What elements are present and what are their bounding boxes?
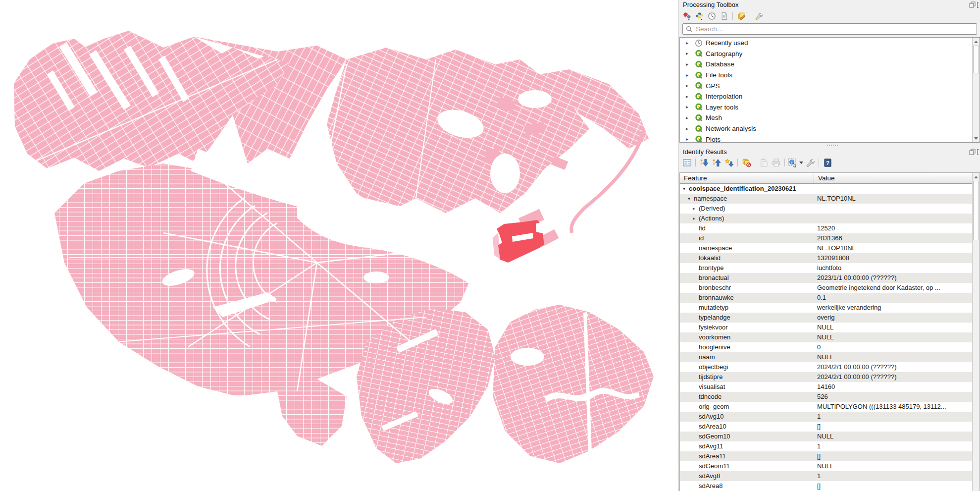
toolbox-item-database[interactable]: ▸Database	[680, 59, 980, 70]
row-bronnauwke[interactable]: bronnauwke0.1	[680, 293, 972, 303]
row-id[interactable]: id2031366	[680, 233, 972, 243]
toolbox-search[interactable]	[682, 23, 977, 35]
row-objectbegi[interactable]: objectbegi2024/2/1 00:00:00 (??????)	[680, 362, 972, 372]
row-voorkomen[interactable]: voorkomenNULL	[680, 332, 972, 342]
toolbox-item-label: Database	[706, 60, 734, 68]
column-header-feature[interactable]: Feature	[680, 173, 814, 183]
expand-arrow-icon[interactable]: ▸	[693, 206, 699, 211]
row-naam[interactable]: naamNULL	[680, 352, 972, 362]
row-lokaalid[interactable]: lokaalid132091808	[680, 253, 972, 263]
value-cell: werkelijke verandering	[817, 303, 971, 313]
scroll-up-icon[interactable]	[973, 38, 980, 45]
expand-arrow-icon[interactable]: ▸	[686, 115, 691, 120]
model-designer-button[interactable]	[681, 11, 692, 22]
table-scrollbar[interactable]	[972, 173, 980, 491]
map-canvas[interactable]	[0, 0, 678, 491]
toolbox-item-layer-tools[interactable]: ▸Layer tools	[680, 102, 980, 113]
row-hoogtenive[interactable]: hoogtenive0	[680, 342, 972, 352]
expand-arrow-icon[interactable]: ▸	[686, 41, 691, 46]
row-sdgeom10[interactable]: sdGeom10NULL	[680, 432, 972, 441]
collapse-arrow-icon[interactable]: ▾	[688, 196, 694, 201]
expand-arrow-icon[interactable]: ▸	[686, 105, 691, 109]
value-cell: NULL	[817, 323, 971, 332]
row-actions[interactable]: ▸(Actions)	[680, 214, 972, 223]
scroll-thumb[interactable]	[973, 46, 979, 73]
row-sdgeom11[interactable]: sdGeom11NULL	[680, 461, 972, 471]
expand-tree-button[interactable]	[699, 157, 710, 168]
close-panel-icon[interactable]	[977, 2, 979, 8]
row-namespace[interactable]: namespaceNL.TOP10NL	[680, 243, 972, 253]
column-header-value[interactable]: Value	[814, 173, 972, 183]
row-sdavg8[interactable]: sdAvg81	[680, 471, 972, 481]
feature-label: hoogtenive	[699, 342, 730, 352]
float-panel-icon[interactable]	[969, 1, 976, 8]
scroll-thumb[interactable]	[973, 181, 979, 240]
panel-splitter[interactable]	[679, 143, 980, 147]
row-tijdstipre[interactable]: tijdstipre2024/2/1 00:00:00 (??????)	[680, 372, 972, 382]
history-button[interactable]	[706, 11, 717, 22]
toolbox-item-interpolation[interactable]: ▸Interpolation	[680, 91, 980, 102]
expand-arrow-icon[interactable]: ▸	[686, 126, 691, 131]
expand-arrow-icon[interactable]: ▸	[686, 62, 691, 67]
open-form-button[interactable]	[681, 157, 692, 168]
toolbox-item-mesh[interactable]: ▸Mesh	[680, 112, 980, 123]
expand-arrow-icon[interactable]: ▸	[686, 137, 691, 142]
toolbox-item-plots[interactable]: ▸Plots	[680, 134, 980, 143]
row-sdavg11[interactable]: sdAvg111	[680, 441, 972, 451]
row-sdarea11[interactable]: sdArea11[]	[680, 451, 972, 461]
row-tdncode[interactable]: tdncode526	[680, 392, 972, 402]
identify-settings-button[interactable]	[805, 157, 816, 168]
clear-results-button[interactable]	[741, 157, 752, 168]
feature-label: typelandge	[699, 313, 730, 323]
highlighted-feature-polygon[interactable]	[493, 220, 544, 263]
collapse-arrow-icon[interactable]: ▾	[683, 186, 689, 191]
row-namespace[interactable]: ▾namespaceNL.TOP10NL	[680, 194, 972, 204]
close-panel-icon[interactable]	[977, 149, 979, 155]
results-viewer-button[interactable]	[719, 11, 729, 22]
row-sdavg10[interactable]: sdAvg101	[680, 412, 972, 422]
row-derived[interactable]: ▸(Derived)	[680, 204, 972, 214]
row-sdarea10[interactable]: sdArea10[]	[680, 422, 972, 432]
toolbox-item-recently-used[interactable]: ▸Recently used	[680, 38, 980, 49]
float-panel-icon[interactable]	[969, 149, 976, 155]
row-sdarea8[interactable]: sdArea8[]	[680, 481, 972, 491]
expand-arrow-icon[interactable]: ▸	[686, 73, 691, 78]
copy-feature-button[interactable]	[758, 157, 769, 168]
options-button[interactable]	[753, 11, 764, 22]
copy-icon	[759, 158, 769, 167]
toolbox-search-input[interactable]	[696, 25, 974, 33]
row-bronbeschr[interactable]: bronbeschrGeometrie ingetekend door Kada…	[680, 283, 972, 293]
feature-cell: voorkomen	[680, 332, 814, 342]
scroll-up-icon[interactable]	[973, 173, 980, 180]
collapse-tree-button[interactable]	[711, 157, 722, 168]
row-bronactual[interactable]: bronactual2023/1/1 00:00:00 (??????)	[680, 273, 972, 283]
toolbox-item-label: Interpolation	[706, 93, 742, 100]
edit-features-in-place-button[interactable]	[736, 11, 747, 22]
help-button[interactable]: ?	[822, 157, 833, 168]
toolbox-item-network-analysis[interactable]: ▸Network analysis	[680, 123, 980, 134]
row-orig-geom[interactable]: orig_geomMULTIPOLYGON (((131133 485179, …	[680, 402, 972, 412]
row-typelandge[interactable]: typelandgeoverig	[680, 313, 972, 323]
expand-arrow-icon[interactable]: ▸	[686, 51, 691, 56]
row-brontype[interactable]: brontypeluchtfoto	[680, 263, 972, 273]
toolbox-item-gps[interactable]: ▸GPS	[680, 80, 980, 91]
expand-new-results-button[interactable]	[723, 157, 734, 168]
python-console-button[interactable]	[694, 11, 705, 22]
tree-scrollbar[interactable]	[972, 38, 980, 142]
row-visualisat[interactable]: visualisat14160	[680, 382, 972, 392]
scroll-down-icon[interactable]	[973, 135, 980, 142]
print-response-button[interactable]	[771, 157, 781, 168]
wrench-icon	[755, 12, 763, 20]
expand-arrow-icon[interactable]: ▸	[693, 216, 699, 221]
dropdown-arrow-icon[interactable]	[799, 162, 803, 164]
expand-arrow-icon[interactable]: ▸	[686, 94, 691, 99]
toolbox-item-file-tools[interactable]: ▸File tools	[680, 70, 980, 81]
row-fysiekvoor[interactable]: fysiekvoorNULL	[680, 323, 972, 332]
toolbox-item-cartography[interactable]: ▸Cartography	[680, 49, 980, 59]
identify-mode-button[interactable]: i	[788, 157, 803, 168]
row-coolspace-identification-20230621[interactable]: ▾coolspace_identification_20230621	[680, 184, 972, 194]
row-fid[interactable]: fid12520	[680, 223, 972, 233]
identify-results-title: Identify Results	[683, 148, 727, 156]
row-mutatietyp[interactable]: mutatietypwerkelijke verandering	[680, 303, 972, 313]
expand-arrow-icon[interactable]: ▸	[686, 83, 691, 88]
